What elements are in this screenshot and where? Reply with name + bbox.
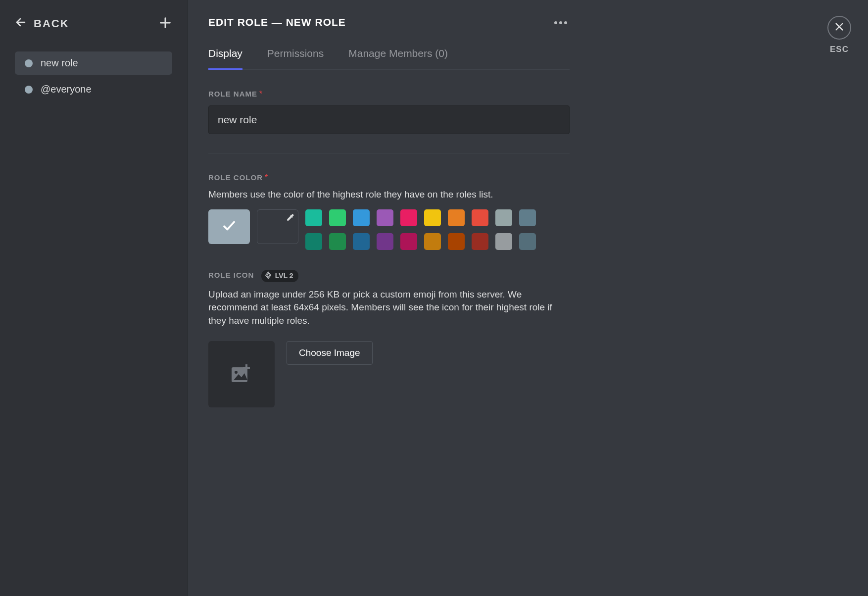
color-swatch[interactable]	[519, 209, 536, 226]
level-badge-text: LVL 2	[275, 272, 293, 280]
main-panel: EDIT ROLE — NEW ROLE ESC Display Permiss…	[187, 0, 868, 596]
color-swatch[interactable]	[329, 209, 346, 226]
svg-point-4	[559, 21, 562, 24]
color-swatch[interactable]	[424, 209, 441, 226]
color-picker	[208, 209, 570, 250]
check-icon	[222, 218, 237, 235]
back-label: BACK	[34, 17, 69, 30]
role-name-input[interactable]	[208, 105, 570, 134]
role-icon-row: Choose Image	[208, 341, 570, 407]
tab-manage-members[interactable]: Manage Members (0)	[348, 48, 448, 69]
color-swatch[interactable]	[448, 209, 465, 226]
role-name-section: ROLE NAME*	[208, 90, 570, 134]
role-icon-section: ROLE ICON LVL 2 Upload an image under 25…	[208, 270, 570, 408]
role-color-dot	[25, 86, 33, 94]
role-color-section: ROLE COLOR* Members use the color of the…	[208, 173, 570, 250]
color-swatch[interactable]	[377, 233, 393, 250]
color-swatch[interactable]	[353, 209, 370, 226]
default-color-swatch[interactable]	[208, 209, 250, 244]
role-icon-label: ROLE ICON	[208, 271, 254, 279]
color-swatch[interactable]	[329, 233, 346, 250]
required-asterisk: *	[259, 90, 262, 98]
role-name-label: ROLE NAME	[208, 90, 257, 98]
level-badge: LVL 2	[261, 270, 298, 282]
required-asterisk: *	[265, 173, 268, 182]
color-swatch[interactable]	[495, 233, 512, 250]
color-swatch[interactable]	[353, 233, 370, 250]
role-item-label: @everyone	[41, 84, 92, 95]
svg-point-9	[235, 371, 238, 374]
divider	[208, 153, 570, 153]
svg-point-5	[564, 21, 567, 24]
tab-display[interactable]: Display	[208, 48, 242, 69]
role-color-description: Members use the color of the highest rol…	[208, 188, 570, 201]
custom-color-swatch[interactable]	[257, 209, 298, 244]
close-area: ESC	[827, 16, 851, 54]
role-color-dot	[25, 59, 33, 67]
tabs: Display Permissions Manage Members (0)	[208, 48, 570, 70]
color-grid	[305, 209, 536, 250]
esc-label: ESC	[827, 45, 851, 54]
arrow-left-icon	[15, 16, 27, 31]
role-icon-description: Upload an image under 256 KB or pick a c…	[208, 288, 570, 328]
color-swatch[interactable]	[519, 233, 536, 250]
role-icon-upload[interactable]	[208, 341, 275, 407]
dots-horizontal-icon	[554, 18, 568, 26]
svg-point-3	[554, 21, 557, 24]
color-swatch[interactable]	[495, 209, 512, 226]
color-swatch[interactable]	[400, 233, 417, 250]
choose-image-button[interactable]: Choose Image	[287, 341, 373, 365]
role-item-new-role[interactable]: new role	[15, 51, 172, 75]
roles-sidebar: BACK new role @everyone	[0, 0, 187, 596]
role-item-label: new role	[41, 57, 78, 69]
color-swatch[interactable]	[377, 209, 393, 226]
page-title: EDIT ROLE — NEW ROLE	[208, 16, 346, 28]
eyedropper-icon	[286, 213, 295, 224]
back-button[interactable]: BACK	[15, 16, 69, 31]
image-add-icon	[232, 364, 251, 384]
color-swatch[interactable]	[424, 233, 441, 250]
color-swatch[interactable]	[448, 233, 465, 250]
color-swatch[interactable]	[305, 209, 322, 226]
tab-permissions[interactable]: Permissions	[267, 48, 324, 69]
boost-icon	[264, 271, 272, 281]
sidebar-header: BACK	[10, 16, 177, 32]
more-options-button[interactable]	[552, 16, 570, 29]
role-item-everyone[interactable]: @everyone	[15, 78, 172, 101]
color-swatch[interactable]	[400, 209, 417, 226]
color-swatch[interactable]	[472, 209, 488, 226]
color-swatch[interactable]	[472, 233, 488, 250]
role-list: new role @everyone	[10, 51, 177, 101]
title-row: EDIT ROLE — NEW ROLE	[208, 16, 570, 29]
close-icon	[834, 21, 845, 34]
svg-rect-11	[243, 367, 250, 369]
color-swatch[interactable]	[305, 233, 322, 250]
role-color-label: ROLE COLOR	[208, 173, 263, 182]
close-button[interactable]	[827, 16, 851, 40]
add-role-button[interactable]	[158, 16, 172, 32]
plus-icon	[158, 23, 172, 31]
